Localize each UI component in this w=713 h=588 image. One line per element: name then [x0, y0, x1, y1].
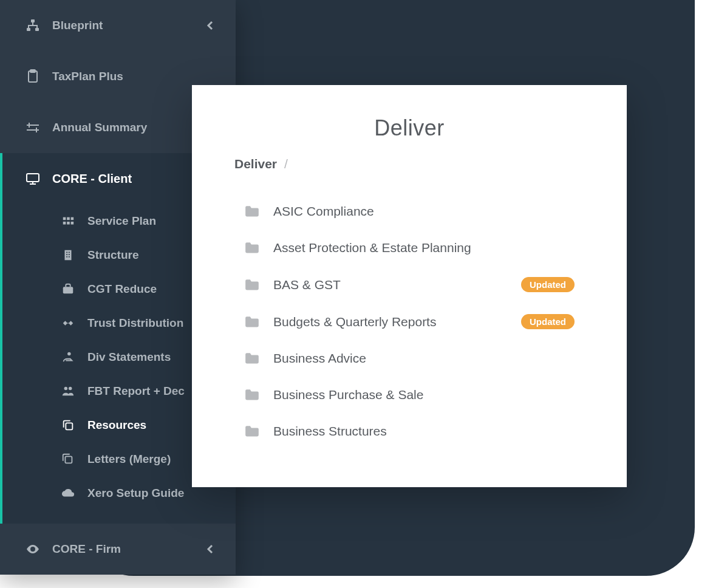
building-icon	[61, 248, 75, 262]
briefcase-icon	[61, 282, 75, 296]
sidebar-sub-label: Service Plan	[87, 214, 156, 228]
folder-label: Business Purchase & Sale	[273, 388, 575, 402]
folder-icon	[244, 205, 260, 218]
sidebar-item-label: TaxPlan Plus	[52, 70, 123, 83]
sidebar-sub-label: Div Statements	[87, 350, 171, 364]
svg-rect-1	[27, 28, 30, 31]
folder-bas-gst[interactable]: BAS & GST Updated	[227, 266, 592, 303]
svg-point-25	[32, 548, 34, 550]
svg-rect-23	[66, 423, 72, 429]
sidebar-item-label: CORE - Firm	[52, 542, 121, 556]
svg-rect-8	[71, 217, 74, 220]
page-title: Deliver	[227, 115, 592, 141]
monitor-icon	[26, 171, 40, 186]
people-icon	[61, 384, 75, 398]
cloud-icon	[61, 486, 75, 501]
sidebar-sub-label: FBT Report + Dec	[87, 385, 185, 398]
svg-rect-13	[66, 252, 67, 253]
svg-rect-16	[69, 254, 70, 255]
svg-rect-12	[65, 250, 72, 261]
svg-rect-18	[69, 256, 70, 258]
folder-business-structures[interactable]: Business Structures	[227, 413, 592, 450]
hand-coin-icon	[61, 350, 75, 364]
svg-rect-9	[63, 222, 66, 225]
folder-icon	[244, 425, 260, 438]
folder-icon	[244, 241, 260, 255]
svg-rect-5	[27, 174, 39, 182]
clipboard-icon	[26, 69, 40, 84]
folder-label: Asset Protection & Estate Planning	[273, 241, 575, 255]
sidebar-item-label: Blueprint	[52, 19, 103, 32]
folder-label: Business Advice	[273, 351, 575, 366]
folder-business-purchase-sale[interactable]: Business Purchase & Sale	[227, 377, 592, 413]
sidebar-item-blueprint[interactable]: Blueprint	[0, 0, 236, 51]
svg-point-21	[64, 387, 68, 391]
svg-rect-2	[35, 28, 39, 31]
folder-icon	[244, 352, 260, 365]
chevron-left-icon	[203, 18, 217, 33]
svg-rect-4	[30, 70, 35, 72]
folder-icon	[244, 315, 260, 329]
svg-rect-11	[71, 222, 74, 225]
svg-rect-14	[69, 252, 70, 253]
updated-badge: Updated	[521, 277, 575, 292]
svg-rect-17	[66, 256, 67, 258]
folder-label: ASIC Compliance	[273, 204, 575, 219]
svg-rect-24	[65, 456, 72, 463]
sidebar-sub-label: Xero Setup Guide	[87, 487, 184, 500]
chevron-left-icon	[203, 542, 217, 556]
folder-label: BAS & GST	[273, 278, 508, 292]
folder-icon	[244, 278, 260, 292]
folder-budgets-quarterly[interactable]: Budgets & Quarterly Reports Updated	[227, 303, 592, 340]
sidebar-section-label: CORE - Client	[52, 172, 132, 186]
updated-badge: Updated	[521, 314, 575, 329]
breadcrumb[interactable]: Deliver /	[234, 157, 592, 171]
folder-asic-compliance[interactable]: ASIC Compliance	[227, 193, 592, 230]
breadcrumb-separator: /	[284, 157, 288, 171]
folder-list: ASIC Compliance Asset Protection & Estat…	[227, 193, 592, 450]
folder-label: Business Structures	[273, 424, 575, 439]
svg-point-22	[69, 387, 72, 391]
folder-business-advice[interactable]: Business Advice	[227, 340, 592, 377]
sidebar-sub-label: Letters (Merge)	[87, 453, 171, 466]
hierarchy-icon	[26, 18, 40, 33]
svg-point-20	[67, 352, 71, 356]
eye-icon	[26, 542, 40, 556]
timeline-icon	[26, 120, 40, 135]
svg-rect-10	[67, 222, 70, 225]
sidebar-sub-label: Structure	[87, 248, 138, 262]
sidebar-sub-label: Trust Distribution	[87, 316, 183, 330]
svg-rect-6	[63, 217, 66, 220]
folder-label: Budgets & Quarterly Reports	[273, 315, 508, 329]
svg-rect-7	[67, 217, 70, 220]
svg-rect-19	[63, 287, 73, 293]
sidebar-item-label: Annual Summary	[52, 121, 147, 134]
grid-icon	[61, 214, 75, 228]
sidebar-item-core-firm[interactable]: CORE - Firm	[0, 524, 236, 575]
folder-asset-protection[interactable]: Asset Protection & Estate Planning	[227, 230, 592, 266]
svg-rect-15	[66, 254, 67, 255]
copy-icon	[61, 418, 75, 432]
handshake-icon	[61, 316, 75, 330]
folder-icon	[244, 388, 260, 402]
content-panel: Deliver Deliver / ASIC Compliance Asset …	[192, 85, 627, 487]
stack-icon	[61, 452, 75, 467]
breadcrumb-root: Deliver	[234, 157, 277, 171]
svg-rect-0	[31, 19, 35, 22]
sidebar-sub-label: CGT Reduce	[87, 282, 157, 296]
sidebar-sub-label: Resources	[87, 419, 146, 432]
